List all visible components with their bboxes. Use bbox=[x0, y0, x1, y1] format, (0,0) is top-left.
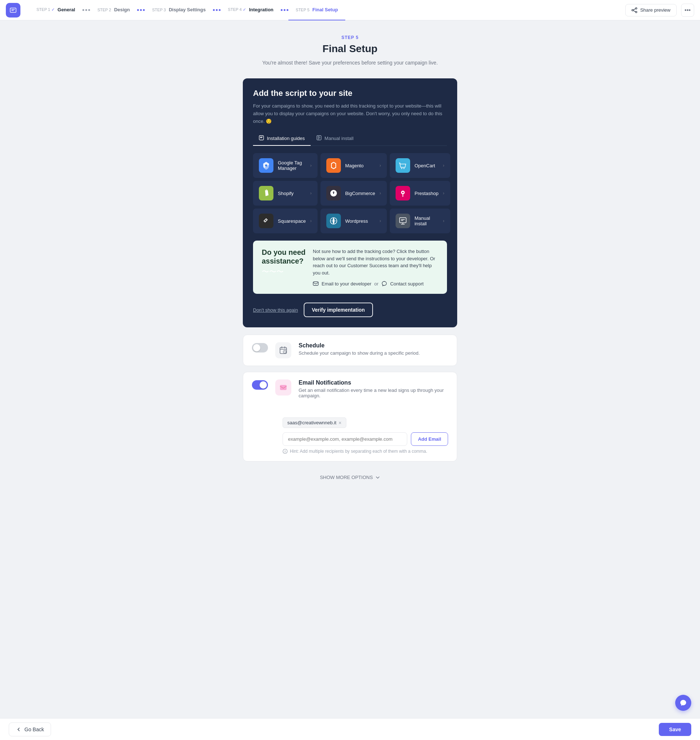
installation-tabs: Installation guides Manual install bbox=[253, 132, 447, 146]
schedule-toggle[interactable] bbox=[252, 343, 268, 352]
main-content: STEP 5 Final Setup You're almost there! … bbox=[237, 21, 463, 524]
email-input-row: Add Email bbox=[282, 432, 448, 446]
save-button[interactable]: Save bbox=[659, 723, 691, 736]
script-card-title: Add the script to your site bbox=[253, 88, 447, 98]
email-tags: saas@creativewnneb.it × bbox=[282, 417, 448, 428]
platform-squarespace[interactable]: Squarespace › bbox=[253, 208, 318, 233]
email-developer-link[interactable]: Email to your developer bbox=[322, 281, 372, 286]
script-card: Add the script to your site For your cam… bbox=[243, 78, 457, 327]
go-back-label: Go Back bbox=[24, 727, 44, 732]
step3-label: Display Settings bbox=[169, 7, 206, 12]
top-nav: STEP 1 ✓ General STEP 2 Design STEP 3 Di… bbox=[0, 0, 700, 21]
bigcommerce-name: BigCommerce bbox=[345, 191, 375, 196]
script-card-desc: For your campaigns to show, you need to … bbox=[253, 103, 447, 125]
svg-rect-0 bbox=[10, 8, 16, 12]
manual-logo bbox=[396, 214, 410, 228]
shopify-logo bbox=[259, 186, 274, 201]
platform-bigcommerce[interactable]: BigCommerce › bbox=[321, 181, 387, 206]
more-icon: ••• bbox=[685, 7, 691, 13]
manual-name: Manual install bbox=[415, 216, 438, 226]
svg-point-10 bbox=[402, 192, 404, 193]
go-back-button[interactable]: Go Back bbox=[9, 722, 51, 736]
email-tag-value: saas@creativewnneb.it bbox=[287, 420, 337, 426]
platform-grid: Google Tag Manager › Magento › OpenCart … bbox=[253, 153, 447, 233]
nav-step-display[interactable]: STEP 3 Display Settings bbox=[145, 0, 213, 21]
prestashop-chevron: › bbox=[443, 191, 444, 196]
installation-guides-icon bbox=[259, 135, 264, 141]
shopify-chevron: › bbox=[310, 191, 312, 196]
step4-num: STEP 4 ✓ bbox=[228, 7, 246, 12]
show-more-options[interactable]: SHOW MORE OPTIONS bbox=[243, 467, 457, 487]
share-label: Share preview bbox=[640, 7, 671, 13]
email-tag-remove[interactable]: × bbox=[339, 420, 342, 426]
email-hint: Hint: Add multiple recipients by separat… bbox=[282, 449, 448, 454]
step2-num: STEP 2 bbox=[97, 8, 111, 12]
gtm-chevron: › bbox=[310, 163, 312, 168]
or-separator: or bbox=[374, 281, 379, 286]
platform-opencart[interactable]: OpenCart › bbox=[390, 153, 450, 178]
magento-logo bbox=[326, 158, 341, 173]
prestashop-logo bbox=[396, 186, 410, 201]
share-icon bbox=[631, 7, 637, 13]
wordpress-chevron: › bbox=[379, 218, 381, 223]
nav-steps: STEP 1 ✓ General STEP 2 Design STEP 3 Di… bbox=[29, 0, 625, 21]
hint-text-content: Hint: Add multiple recipients by separat… bbox=[290, 449, 427, 454]
platform-prestashop[interactable]: Prestashop › bbox=[390, 181, 450, 206]
step4-label: Integration bbox=[249, 7, 274, 12]
email-notifications-title: Email Notifications bbox=[299, 379, 448, 386]
step3-num: STEP 3 bbox=[152, 8, 166, 12]
platform-gtm[interactable]: Google Tag Manager › bbox=[253, 153, 318, 178]
manual-chevron: › bbox=[443, 218, 444, 223]
nav-right: Share preview ••• bbox=[625, 4, 694, 17]
add-email-button[interactable]: Add Email bbox=[411, 432, 448, 446]
svg-point-1 bbox=[635, 8, 637, 9]
email-notifications-icon bbox=[275, 379, 291, 395]
opencart-chevron: › bbox=[443, 163, 444, 168]
step1-label: General bbox=[57, 7, 75, 12]
hint-info-icon bbox=[282, 449, 288, 454]
contact-support-link[interactable]: Contact support bbox=[390, 281, 424, 286]
platform-wordpress[interactable]: Wordpress › bbox=[321, 208, 387, 233]
nav-step-final[interactable]: STEP 5 Final Setup bbox=[288, 0, 345, 21]
svg-rect-16 bbox=[280, 385, 287, 390]
nav-step-design[interactable]: STEP 2 Design bbox=[90, 0, 137, 21]
step3-dots bbox=[213, 9, 221, 11]
app-logo[interactable] bbox=[6, 3, 21, 18]
step2-dots bbox=[137, 9, 145, 11]
squarespace-chevron: › bbox=[310, 218, 312, 223]
step5-label: Final Setup bbox=[312, 7, 338, 12]
manual-install-icon bbox=[316, 135, 322, 141]
email-notifications-toggle[interactable] bbox=[252, 380, 268, 390]
tab-manual-install[interactable]: Manual install bbox=[310, 132, 359, 146]
bigcommerce-logo bbox=[326, 186, 341, 201]
share-preview-button[interactable]: Share preview bbox=[625, 4, 676, 16]
gtm-logo bbox=[259, 158, 274, 173]
email-notifications-section: Email Notifications Get an email notific… bbox=[243, 372, 457, 461]
show-more-label: SHOW MORE OPTIONS bbox=[320, 474, 373, 480]
platform-manual[interactable]: Manual install › bbox=[390, 208, 450, 233]
go-back-arrow-icon bbox=[16, 727, 22, 732]
verify-implementation-button[interactable]: Verify implementation bbox=[304, 302, 373, 317]
schedule-desc: Schedule your campaign to show during a … bbox=[299, 350, 448, 356]
schedule-title: Schedule bbox=[299, 342, 448, 349]
step2-label: Design bbox=[114, 7, 130, 12]
support-chat-icon bbox=[381, 281, 387, 286]
nav-step-general[interactable]: STEP 1 ✓ General bbox=[29, 0, 82, 21]
step4-dots bbox=[281, 9, 288, 11]
platform-shopify[interactable]: Shopify › bbox=[253, 181, 318, 206]
tab-installation-guides[interactable]: Installation guides bbox=[253, 132, 310, 146]
email-input[interactable] bbox=[282, 432, 407, 446]
assistance-right: Not sure how to add the tracking code? C… bbox=[313, 248, 438, 286]
dont-show-link[interactable]: Don't show this again bbox=[253, 307, 298, 313]
support-bubble[interactable] bbox=[675, 695, 691, 711]
chevron-down-icon bbox=[375, 475, 380, 480]
svg-rect-12 bbox=[400, 217, 406, 223]
card-actions: Don't show this again Verify implementat… bbox=[253, 302, 447, 317]
more-options-button[interactable]: ••• bbox=[681, 4, 694, 17]
email-section-content: Email Notifications Get an email notific… bbox=[299, 379, 448, 398]
nav-step-integration[interactable]: STEP 4 ✓ Integration bbox=[221, 0, 281, 21]
wordpress-name: Wordpress bbox=[345, 218, 375, 224]
platform-magento[interactable]: Magento › bbox=[321, 153, 387, 178]
squiggle-decoration: 〜〜〜 bbox=[262, 267, 306, 277]
assistance-desc: Not sure how to add the tracking code? C… bbox=[313, 248, 438, 276]
